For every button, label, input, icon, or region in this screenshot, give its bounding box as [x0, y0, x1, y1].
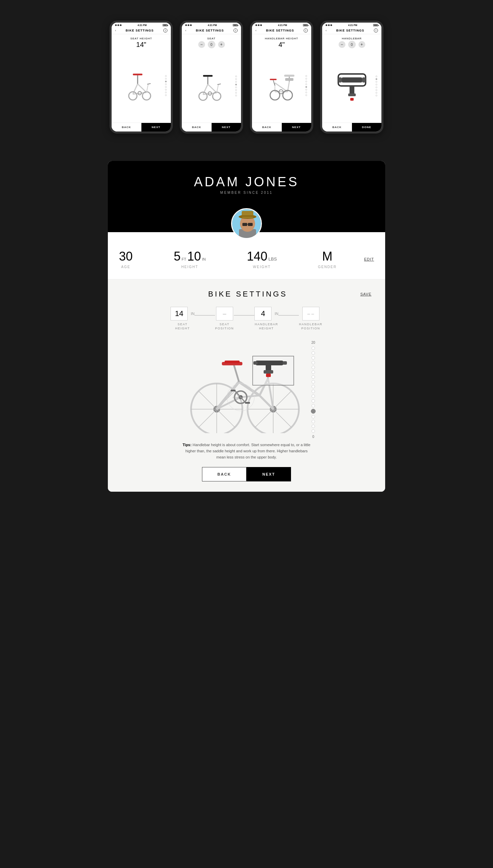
seat-position-label: SEAT POSITION: [215, 323, 234, 330]
back-arrow-3[interactable]: ‹: [255, 29, 256, 32]
setting-title-3: HANDLEBAR HEIGHT: [265, 37, 298, 40]
avatar: [231, 208, 262, 239]
next-btn-3[interactable]: NEXT: [282, 123, 312, 131]
svg-rect-86: [253, 356, 294, 385]
svg-rect-46: [242, 223, 247, 226]
svg-line-3: [138, 84, 147, 92]
profile-name: ADAM JONES: [115, 175, 378, 189]
handlebar-height-input-wrap: 4 IN: [254, 307, 278, 320]
content-3: HANDLEBAR HEIGHT 4": [252, 34, 311, 123]
back-btn-3[interactable]: BACK: [252, 123, 282, 131]
seat-height-input-wrap: 14 IN: [170, 307, 194, 320]
slider-1: [165, 75, 167, 96]
connector-3: [278, 315, 299, 316]
signal-dots-4: [326, 24, 332, 26]
footer-2: BACK NEXT: [182, 123, 241, 131]
main-back-button[interactable]: BACK: [202, 467, 246, 481]
time-2: 4:21 PM: [208, 24, 217, 26]
handlebar-position-box[interactable]: – –: [302, 307, 319, 320]
age-label: AGE: [121, 265, 130, 269]
edit-button[interactable]: EDIT: [364, 257, 374, 261]
nav-title-4: BIKE SETTINGS: [336, 29, 364, 32]
done-btn-4[interactable]: DONE: [352, 123, 382, 131]
bike-settings: BIKE SETTINGS SAVE 14 IN SEAT HEIGHT –: [108, 279, 385, 492]
decrement-btn-4[interactable]: −: [339, 41, 345, 48]
back-btn-4[interactable]: BACK: [322, 123, 352, 131]
svg-rect-36: [350, 86, 354, 95]
profile-stats: 30 AGE 5 FT 10 IN HEIGHT 140 LBS WEIGHT: [108, 232, 385, 279]
svg-rect-33: [342, 77, 362, 83]
seat-height-box[interactable]: 14: [170, 307, 188, 320]
next-btn-1[interactable]: NEXT: [141, 123, 171, 131]
seat-height-unit: IN: [191, 312, 194, 316]
svg-rect-10: [203, 75, 213, 77]
increment-btn-4[interactable]: +: [358, 41, 365, 48]
seat-position-box[interactable]: –: [216, 307, 233, 320]
svg-rect-45: [242, 215, 253, 217]
time-3: 4:21 PM: [278, 24, 287, 26]
controls-4: − 0 +: [339, 41, 365, 48]
setting-title-1: SEAT HEIGHT: [130, 37, 152, 40]
signal-dots-2: [185, 24, 192, 26]
handlebar-height-field: 4 IN HANDLEBAR HEIGHT: [254, 307, 278, 330]
increment-btn-2[interactable]: +: [218, 41, 225, 48]
battery-3: [303, 24, 308, 26]
phone-1: 4:21 PM ‹ BIKE SETTINGS i SEAT HEIGHT 14…: [110, 21, 173, 134]
footer-1: BACK NEXT: [112, 123, 171, 131]
height-value: 5 FT 10 IN: [174, 249, 206, 264]
setting-value-3: 4": [278, 41, 285, 49]
bike-display: BOWFLEX 20: [122, 337, 371, 439]
svg-rect-37: [348, 93, 356, 96]
info-icon-3[interactable]: i: [304, 28, 308, 33]
slider-2: [235, 75, 237, 96]
age-value: 30: [119, 249, 132, 264]
back-arrow-2[interactable]: ‹: [185, 29, 186, 32]
slider-min-label: 0: [312, 435, 314, 439]
info-icon-1[interactable]: i: [163, 28, 167, 33]
full-bike-svg: BOWFLEX: [177, 337, 301, 433]
connector-1: [194, 315, 215, 316]
connector-2: [234, 315, 254, 316]
svg-rect-35: [362, 77, 366, 83]
back-arrow-4[interactable]: ‹: [326, 29, 327, 32]
info-icon-2[interactable]: i: [233, 28, 238, 33]
svg-rect-91: [264, 370, 273, 374]
back-arrow-1[interactable]: ‹: [115, 29, 116, 32]
content-4: HANDLEBAR − 0 +: [322, 34, 381, 123]
content-1: SEAT HEIGHT 14": [112, 34, 171, 123]
svg-line-67: [255, 409, 273, 427]
save-button[interactable]: SAVE: [360, 292, 371, 296]
time-4: 4:21 PM: [348, 24, 357, 26]
battery-1: [163, 24, 167, 26]
bike-img-4: [324, 50, 380, 121]
svg-rect-82: [231, 390, 236, 391]
nav-1: ‹ BIKE SETTINGS i: [112, 27, 171, 34]
slider-dots: [311, 347, 316, 433]
info-icon-4[interactable]: i: [374, 28, 378, 33]
settings-controls-row: 14 IN SEAT HEIGHT – SEAT POSITION: [122, 307, 371, 330]
tips-text: Tips: Handlebar height is about comfort.…: [181, 442, 312, 460]
stat-weight: 140 LBS WEIGHT: [247, 249, 277, 269]
vertical-slider[interactable]: 20: [311, 341, 316, 439]
main-next-button[interactable]: NEXT: [246, 467, 291, 481]
footer-3: BACK NEXT: [252, 123, 311, 131]
battery-4: [373, 24, 378, 26]
back-btn-1[interactable]: BACK: [112, 123, 141, 131]
svg-rect-80: [245, 402, 250, 404]
phones-section: 4:21 PM ‹ BIKE SETTINGS i SEAT HEIGHT 14…: [0, 0, 493, 154]
bike-illustration-3: [263, 68, 301, 103]
seat-height-field: 14 IN SEAT HEIGHT: [170, 307, 194, 330]
decrement-btn-2[interactable]: −: [198, 41, 205, 48]
back-btn-2[interactable]: BACK: [182, 123, 212, 131]
controls-2: − 0 +: [198, 41, 225, 48]
profile-header: ADAM JONES MEMBER SINCE 2011: [108, 161, 385, 232]
nav-3: ‹ BIKE SETTINGS i: [252, 27, 311, 34]
svg-line-68: [273, 409, 291, 427]
ctrl-value-4: 0: [348, 41, 356, 48]
nav-title-3: BIKE SETTINGS: [266, 29, 294, 32]
next-btn-2[interactable]: NEXT: [212, 123, 241, 131]
signal-dots-3: [255, 24, 262, 26]
content-2: SEAT − 0 +: [182, 34, 241, 123]
handlebar-height-box[interactable]: 4: [254, 307, 271, 320]
svg-line-57: [199, 409, 217, 427]
